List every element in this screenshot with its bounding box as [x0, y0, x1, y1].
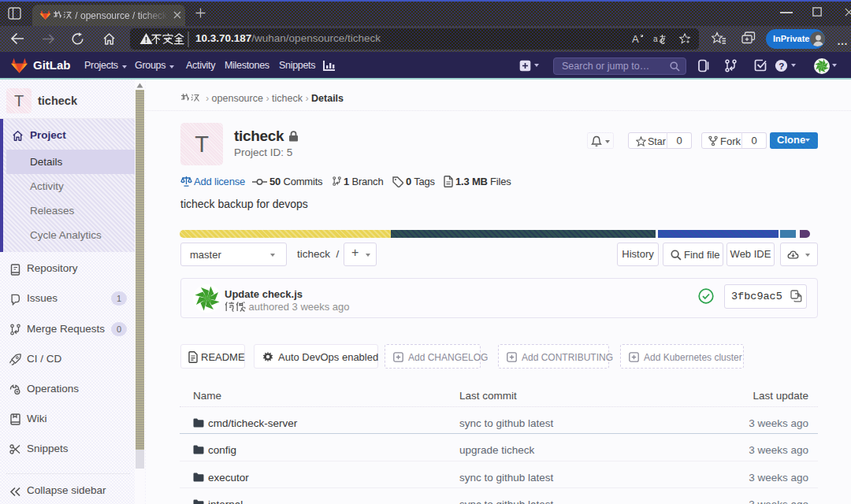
svg-text:?: ? — [779, 61, 784, 71]
svg-text:a: a — [653, 35, 658, 43]
svg-text:A: A — [632, 33, 639, 45]
